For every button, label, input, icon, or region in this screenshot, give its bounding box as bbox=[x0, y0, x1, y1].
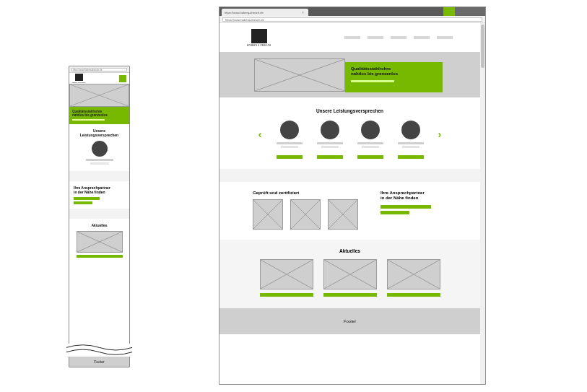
mobile-header: HOBERG & DRIESCH bbox=[69, 73, 129, 84]
contact-bar-1[interactable] bbox=[381, 205, 431, 209]
footer-mobile: Footer bbox=[69, 357, 129, 367]
hero-cta-bar[interactable] bbox=[72, 119, 105, 121]
nav-item[interactable] bbox=[414, 36, 430, 39]
logo[interactable]: HOBERG & DRIESCH bbox=[72, 74, 85, 83]
certificate-image[interactable] bbox=[290, 199, 321, 230]
hero-cta-bar[interactable] bbox=[351, 80, 394, 82]
nav-item[interactable] bbox=[391, 36, 406, 39]
service-item[interactable] bbox=[277, 121, 303, 148]
service-item-icon bbox=[92, 141, 108, 157]
services-section: Unsere Leistungsversprechen ‹ › bbox=[219, 97, 480, 169]
service-icon bbox=[321, 121, 339, 139]
news-heading: Aktuelles bbox=[253, 248, 447, 253]
certified-block: Geprüft und zertifiziert bbox=[253, 191, 359, 230]
carousel-next-icon[interactable]: › bbox=[438, 129, 442, 139]
page-content: HOBERG & DRIESCH Qualitätsstahlrohre nah… bbox=[219, 23, 480, 384]
service-icon bbox=[401, 121, 420, 139]
page-break-indicator bbox=[66, 344, 132, 357]
site-header: HOBERG & DRIESCH bbox=[219, 23, 480, 52]
contact-heading-line2: in der Nähe finden bbox=[381, 196, 447, 201]
news-item-caption bbox=[77, 255, 123, 258]
contact-bar-1[interactable] bbox=[74, 197, 100, 200]
services-heading: UnsereLeistungsversprechen bbox=[73, 129, 126, 137]
url-field[interactable]: https://www.hoberg-driesch.de bbox=[222, 17, 482, 22]
logo-text: HOBERG & DRIESCH bbox=[71, 82, 86, 83]
browser-url-bar: https://www.hoberg-driesch.de bbox=[219, 16, 485, 23]
browser-tab[interactable]: https://www.hoberg-driesch.de × bbox=[222, 9, 308, 16]
service-cta[interactable] bbox=[398, 155, 424, 159]
service-item-label bbox=[86, 159, 113, 161]
service-cta[interactable] bbox=[357, 155, 383, 159]
logo-icon bbox=[251, 29, 267, 43]
news-caption bbox=[323, 293, 377, 297]
hero-line2: nahtlos bis grenzenlos bbox=[72, 113, 126, 117]
service-item[interactable] bbox=[398, 121, 424, 148]
contact-heading-line1: Ihre Ansprechpartner bbox=[381, 191, 447, 196]
logo-icon bbox=[75, 74, 83, 81]
service-item[interactable] bbox=[317, 121, 343, 148]
service-item[interactable] bbox=[357, 121, 383, 148]
service-icon bbox=[280, 121, 299, 139]
services-heading: Unsere Leistungsversprechen bbox=[219, 108, 480, 113]
service-item-sublabel bbox=[90, 162, 109, 165]
footer-desktop: Footer bbox=[219, 308, 480, 334]
news-item[interactable] bbox=[387, 259, 440, 297]
certified-heading: Geprüft und zertifiziert bbox=[253, 191, 359, 195]
contact-section-mobile: Ihre Ansprechpartner in der Nähe finden bbox=[69, 181, 129, 209]
service-cta[interactable] bbox=[317, 155, 343, 159]
scrollbar[interactable] bbox=[480, 23, 485, 384]
hero-image-placeholder bbox=[69, 84, 129, 107]
close-icon[interactable]: × bbox=[302, 10, 304, 14]
news-image bbox=[387, 259, 440, 289]
news-caption bbox=[387, 293, 440, 297]
window-controls[interactable] bbox=[455, 7, 485, 16]
news-section: Aktuelles bbox=[219, 240, 480, 308]
hero-line1: Qualitätsstahlrohre bbox=[351, 66, 437, 71]
mobile-url-field[interactable]: https://www.hoberg-driesch.de bbox=[71, 68, 127, 71]
services-section-mobile: UnsereLeistungsversprechen bbox=[69, 124, 129, 171]
hero-section: Qualitätsstahlrohre nahtlos bis grenzenl… bbox=[219, 52, 480, 97]
hamburger-menu-button[interactable] bbox=[119, 75, 126, 82]
news-image bbox=[323, 259, 377, 289]
mobile-url-bar: https://www.hoberg-driesch.de bbox=[69, 66, 129, 73]
hero-line2: nahtlos bis grenzenlos bbox=[351, 71, 437, 77]
news-caption bbox=[260, 293, 313, 297]
logo-text: HOBERG & DRIESCH bbox=[247, 44, 271, 47]
browser-title-bar: https://www.hoberg-driesch.de × bbox=[219, 7, 485, 16]
nav-item[interactable] bbox=[437, 36, 453, 39]
section-divider bbox=[69, 171, 129, 181]
carousel-prev-icon[interactable]: ‹ bbox=[258, 129, 262, 139]
certificate-image[interactable] bbox=[328, 199, 358, 230]
news-item[interactable] bbox=[323, 259, 377, 297]
contact-bar-2[interactable] bbox=[381, 211, 409, 214]
service-icon bbox=[361, 121, 380, 139]
primary-nav bbox=[344, 36, 453, 39]
titlebar-accent bbox=[443, 7, 455, 16]
service-cta-row bbox=[219, 155, 480, 159]
nav-item[interactable] bbox=[344, 36, 360, 39]
certified-contact-section: Geprüft und zertifiziert Ihre Ansprechpa… bbox=[219, 182, 480, 240]
desktop-wireframe: https://www.hoberg-driesch.de × https://… bbox=[219, 6, 486, 385]
news-image bbox=[260, 259, 313, 289]
news-item[interactable] bbox=[260, 259, 313, 297]
nav-item[interactable] bbox=[368, 36, 383, 39]
contact-block: Ihre Ansprechpartner in der Nähe finden bbox=[381, 191, 447, 230]
logo[interactable]: HOBERG & DRIESCH bbox=[247, 29, 271, 47]
certificate-image[interactable] bbox=[253, 199, 283, 230]
hero-image-placeholder bbox=[254, 58, 345, 92]
hero-callout: Qualitätsstahlrohre nahtlos bis grenzenl… bbox=[69, 107, 129, 124]
section-divider bbox=[219, 169, 480, 182]
service-cta[interactable] bbox=[277, 155, 303, 159]
news-section-mobile: Aktuelles bbox=[69, 219, 129, 261]
scrollbar-thumb[interactable] bbox=[481, 25, 484, 68]
contact-heading-line2: in der Nähe finden bbox=[74, 190, 125, 194]
services-carousel: ‹ › bbox=[219, 121, 480, 148]
mobile-wireframe: https://www.hoberg-driesch.de HOBERG & D… bbox=[69, 66, 130, 367]
hero-callout: Qualitätsstahlrohre nahtlos bis grenzenl… bbox=[345, 62, 443, 92]
news-item-image[interactable] bbox=[77, 231, 123, 253]
news-heading: Aktuelles bbox=[74, 223, 125, 227]
contact-bar-2[interactable] bbox=[74, 201, 92, 204]
tab-title: https://www.hoberg-driesch.de bbox=[225, 11, 299, 14]
section-divider bbox=[69, 209, 129, 219]
